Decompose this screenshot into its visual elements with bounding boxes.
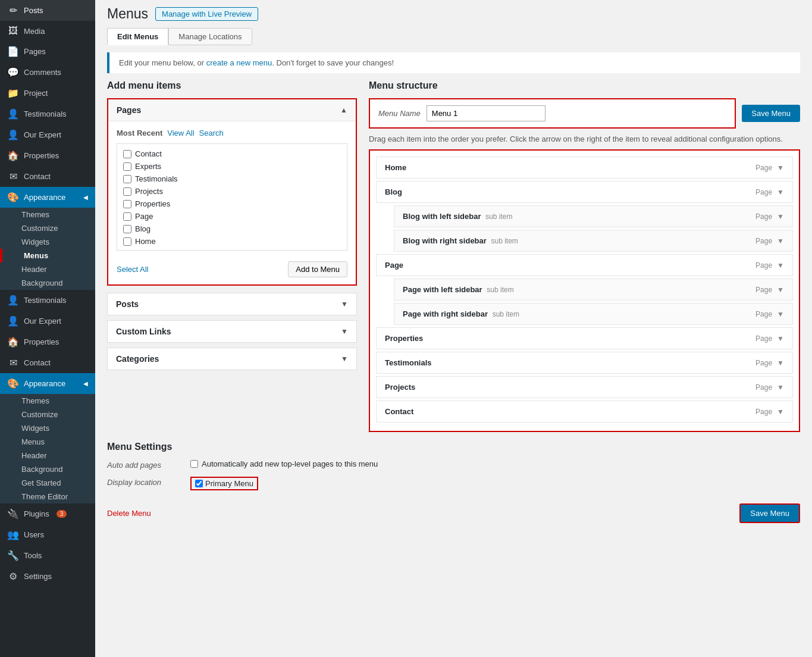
sidebar-sub-customize-1[interactable]: Customize	[0, 221, 95, 235]
menu-item-page-right-arrow[interactable]: ▼	[777, 310, 784, 318]
sidebar-sub-background-2[interactable]: Background	[0, 462, 95, 476]
sidebar-item-our-expert[interactable]: 👤 Our Expert	[0, 124, 95, 145]
sidebar-sub-widgets-2[interactable]: Widgets	[0, 421, 95, 435]
menu-item-properties-arrow[interactable]: ▼	[777, 334, 784, 343]
sidebar-sub-customize-2[interactable]: Customize	[0, 408, 95, 421]
sidebar-item-comments[interactable]: 💬 Comments	[0, 62, 95, 83]
page-checkbox-home[interactable]	[123, 237, 131, 246]
appearance-section-2-header[interactable]: 🎨 Appearance ◀	[0, 373, 95, 394]
sidebar-sub-background-1[interactable]: Background	[0, 276, 95, 290]
page-checkbox-blog[interactable]	[123, 225, 131, 233]
menu-item-blog-right-arrow[interactable]: ▼	[777, 237, 784, 245]
pages-tab-search[interactable]: Search	[199, 129, 224, 137]
page-checkbox-experts[interactable]	[123, 162, 131, 171]
custom-links-title: Custom Links	[116, 327, 171, 336]
menu-item-projects[interactable]: Projects Page ▼	[376, 376, 793, 398]
auto-add-checkbox[interactable]	[190, 460, 198, 468]
sidebar-sub-header-1[interactable]: Header	[0, 262, 95, 276]
save-menu-button-bottom[interactable]: Save Menu	[739, 503, 800, 523]
menu-item-contact-label: Contact	[385, 407, 413, 416]
menu-item-testimonials-arrow[interactable]: ▼	[777, 359, 784, 367]
menu-item-home-arrow[interactable]: ▼	[777, 164, 784, 172]
live-preview-link[interactable]: Manage with Live Preview	[155, 7, 258, 21]
menu-item-home-label: Home	[385, 163, 406, 172]
sidebar-sub-widgets-1[interactable]: Widgets	[0, 235, 95, 249]
menu-item-testimonials[interactable]: Testimonials Page ▼	[376, 352, 793, 374]
sidebar-item-our-expert-2[interactable]: 👤 Our Expert	[0, 311, 95, 331]
sidebar-item-media[interactable]: 🖼 Media	[0, 21, 95, 41]
posts-accordion-title: Posts	[116, 299, 139, 309]
delete-menu-link[interactable]: Delete Menu	[107, 509, 151, 518]
auto-add-label: Auto add pages	[107, 459, 178, 470]
sidebar-item-contact-2[interactable]: ✉ Contact	[0, 352, 95, 373]
tab-manage-locations[interactable]: Manage Locations	[168, 28, 252, 45]
menu-item-properties[interactable]: Properties Page ▼	[376, 327, 793, 349]
sidebar-item-plugins[interactable]: 🔌 Plugins 3	[0, 503, 95, 524]
add-to-menu-button[interactable]: Add to Menu	[288, 261, 347, 277]
primary-menu-checkbox[interactable]	[195, 480, 203, 487]
sidebar-sub-theme-editor[interactable]: Theme Editor	[0, 490, 95, 503]
save-menu-button-top[interactable]: Save Menu	[742, 105, 800, 122]
sidebar-item-testimonials[interactable]: 👤 Testimonials	[0, 104, 95, 124]
sidebar-item-testimonials-2[interactable]: 👤 Testimonials	[0, 290, 95, 311]
sidebar-item-tools[interactable]: 🔧 Tools	[0, 545, 95, 566]
menu-item-blog[interactable]: Blog Page ▼	[376, 181, 793, 203]
menu-item-blog-arrow[interactable]: ▼	[777, 188, 784, 196]
sidebar-item-posts[interactable]: ✏ Posts	[0, 0, 95, 21]
menu-item-blog-left-sidebar[interactable]: Blog with left sidebar sub item Page ▼	[394, 205, 793, 227]
menu-item-page-arrow[interactable]: ▼	[777, 261, 784, 270]
appearance-section-1-header[interactable]: 🎨 Appearance ◀	[0, 187, 95, 208]
custom-links-accordion-header[interactable]: Custom Links ▼	[108, 321, 356, 342]
select-all-link[interactable]: Select All	[117, 265, 148, 274]
pages-accordion-header[interactable]: Pages ▲	[108, 99, 356, 121]
appearance-arrow-2: ◀	[83, 380, 88, 387]
sidebar-sub-themes-1[interactable]: Themes	[0, 208, 95, 221]
tab-edit-menus[interactable]: Edit Menus	[107, 28, 168, 45]
page-checkbox-contact[interactable]	[123, 150, 131, 158]
menu-item-blog-right-sidebar[interactable]: Blog with right sidebar sub item Page ▼	[394, 230, 793, 252]
sidebar-sub-menus-1[interactable]: Menus	[0, 249, 95, 262]
sidebar-sub-themes-2[interactable]: Themes	[0, 394, 95, 408]
sidebar-sub-menus-2[interactable]: Menus	[0, 435, 95, 449]
menu-item-page-right-sidebar[interactable]: Page with right sidebar sub item Page ▼	[394, 303, 793, 325]
page-item-testimonials: Testimonials	[121, 173, 343, 185]
menu-item-projects-arrow[interactable]: ▼	[777, 383, 784, 392]
sidebar-item-contact[interactable]: ✉ Contact	[0, 166, 95, 187]
sidebar-item-pages[interactable]: 📄 Pages	[0, 41, 95, 62]
create-menu-link[interactable]: create a new menu	[206, 58, 272, 67]
menu-item-blog-left-arrow[interactable]: ▼	[777, 212, 784, 221]
page-checkbox-page[interactable]	[123, 212, 131, 221]
two-col-layout: Add menu items Pages ▲ Most Recent View …	[95, 80, 812, 439]
drag-instruction: Drag each item into the order you prefer…	[369, 134, 800, 143]
sidebar-item-properties-2[interactable]: 🏠 Properties	[0, 331, 95, 352]
posts-accordion-arrow: ▼	[341, 300, 348, 308]
menu-name-box: Menu Name	[369, 98, 736, 129]
menu-name-input[interactable]	[427, 105, 545, 121]
notice-bar: Edit your menu below, or create a new me…	[107, 52, 800, 73]
menu-structure-box: Home Page ▼ Blog Page ▼	[369, 149, 800, 432]
sidebar-item-project[interactable]: 📁 Project	[0, 83, 95, 104]
menu-item-contact[interactable]: Contact Page ▼	[376, 401, 793, 423]
pages-tab-all[interactable]: View All	[167, 129, 194, 137]
menu-item-testimonials-label: Testimonials	[385, 358, 432, 367]
menu-item-page-left-arrow[interactable]: ▼	[777, 286, 784, 294]
menu-item-page[interactable]: Page Page ▼	[376, 254, 793, 276]
plugins-icon: 🔌	[7, 508, 19, 520]
menu-item-page-left-sidebar[interactable]: Page with left sidebar sub item Page ▼	[394, 279, 793, 301]
page-checkbox-properties[interactable]	[123, 200, 131, 208]
sidebar-sub-get-started[interactable]: Get Started	[0, 476, 95, 490]
categories-accordion-header[interactable]: Categories ▼	[108, 348, 356, 370]
pages-icon: 📄	[7, 46, 19, 57]
posts-accordion-header[interactable]: Posts ▼	[108, 293, 356, 315]
menu-item-home-right: Page ▼	[755, 164, 784, 172]
menu-item-home[interactable]: Home Page ▼	[376, 157, 793, 179]
pages-tab-recent[interactable]: Most Recent	[117, 129, 162, 137]
page-checkbox-projects[interactable]	[123, 187, 131, 196]
menu-item-contact-arrow[interactable]: ▼	[777, 408, 784, 416]
sidebar-item-properties[interactable]: 🏠 Properties	[0, 145, 95, 166]
page-checkbox-testimonials[interactable]	[123, 175, 131, 183]
sidebar-sub-header-2[interactable]: Header	[0, 449, 95, 462]
sidebar-item-users[interactable]: 👥 Users	[0, 524, 95, 545]
sidebar-item-settings[interactable]: ⚙ Settings	[0, 566, 95, 587]
page-header: Menus Manage with Live Preview	[95, 0, 812, 22]
